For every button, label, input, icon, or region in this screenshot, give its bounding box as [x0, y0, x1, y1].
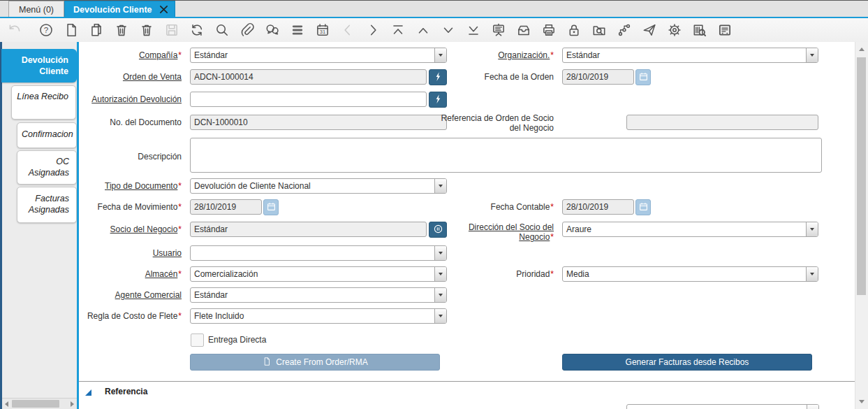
tipo-documento-select[interactable]: Devolución de Cliente Nacional [190, 178, 447, 194]
organizacion-select[interactable]: Estándar [562, 48, 818, 63]
process-icon[interactable] [666, 22, 682, 38]
chat-icon[interactable] [264, 22, 280, 38]
sidebar-tab-facturas-asignadas[interactable]: Facturas Asignadas [17, 187, 77, 223]
delete-selection-icon[interactable] [138, 22, 154, 38]
sidebar-tab-confirmacion[interactable]: Confirmacion [17, 122, 77, 148]
first-record-icon[interactable] [390, 22, 406, 38]
direccion-socio-select[interactable]: Araure [562, 222, 818, 237]
form-panel: Compañía* Estándar Organización.* Estánd… [79, 42, 855, 409]
tab-devolucion-cliente[interactable]: Devolución Cliente [64, 1, 175, 17]
chevron-down-icon[interactable] [434, 288, 446, 302]
print-icon[interactable] [540, 22, 557, 38]
fecha-contable-input[interactable] [562, 199, 634, 215]
help-icon[interactable]: ? [38, 22, 54, 38]
horizontal-scroll-thumb[interactable] [12, 400, 59, 408]
svg-text:31: 31 [319, 29, 325, 35]
socio-negocio-input[interactable] [190, 222, 427, 237]
window-tabbar: Menú (0) Devolución Cliente [0, 0, 868, 17]
send-icon[interactable] [641, 22, 657, 38]
lock-icon[interactable] [566, 22, 582, 38]
sidebar: Devolución Cliente Línea Recibo Confirma… [2, 42, 77, 409]
autorizacion-label[interactable]: Autorización Devolución [79, 92, 182, 104]
fecha-movimiento-calendar-button[interactable] [263, 199, 279, 215]
organizacion-label[interactable]: Organización.* [441, 48, 554, 60]
undo-icon [6, 22, 22, 38]
create-from-order-button[interactable]: Create From Order/RMA [190, 354, 440, 371]
collapse-triangle-icon[interactable] [85, 389, 91, 396]
new-record-icon[interactable] [63, 22, 79, 38]
usuario-select[interactable] [190, 245, 447, 261]
chevron-down-icon[interactable] [806, 48, 818, 62]
last-record-icon[interactable] [465, 22, 481, 38]
grid-toggle-icon[interactable] [289, 22, 305, 38]
zoom-across-icon[interactable] [591, 22, 607, 38]
scroll-left-icon[interactable] [5, 401, 8, 407]
referencia-section-header[interactable]: Referencia [79, 385, 855, 399]
orden-venta-label[interactable]: Orden de Venta [79, 69, 182, 82]
chevron-down-icon[interactable] [806, 222, 818, 236]
scroll-up-icon[interactable] [859, 48, 865, 51]
workflow-icon[interactable] [616, 22, 632, 38]
fecha-orden-input[interactable] [562, 69, 634, 85]
vertical-scroll-thumb[interactable] [857, 57, 866, 295]
direccion-socio-label[interactable]: Dirección del Socio del Negocio* [441, 220, 554, 243]
partial-field-select[interactable] [626, 404, 819, 409]
sidebar-tab-linea-recibo[interactable]: Línea Recibo [11, 85, 76, 120]
product-info-icon[interactable] [691, 22, 707, 38]
tab-menu-label: Menú (0) [19, 5, 54, 15]
forward-icon[interactable] [365, 22, 381, 38]
tipo-documento-label[interactable]: Tipo de Documento* [79, 178, 182, 191]
scroll-right-icon[interactable] [71, 401, 74, 407]
chevron-down-icon[interactable] [434, 179, 446, 193]
regla-flete-select[interactable]: Flete Incluido [190, 308, 447, 324]
referencia-orden-input[interactable] [626, 115, 818, 130]
fecha-movimiento-input[interactable] [190, 199, 262, 215]
copy-record-icon[interactable] [88, 22, 104, 38]
autorizacion-zoom-button[interactable] [429, 92, 447, 108]
tab-menu[interactable]: Menú (0) [8, 1, 64, 17]
entrega-directa-checkbox[interactable] [191, 333, 204, 347]
sidebar-tab-label: OC Asignadas [29, 157, 69, 178]
quick-form-icon[interactable] [716, 22, 733, 38]
compania-select[interactable]: Estándar [190, 48, 447, 63]
generar-facturas-button[interactable]: Generar Facturas desde Recibos [562, 354, 812, 371]
descripcion-textarea[interactable] [190, 138, 822, 173]
almacen-label[interactable]: Almacén* [79, 266, 182, 279]
sidebar-tab-oc-asignadas[interactable]: OC Asignadas [17, 150, 77, 185]
find-icon[interactable] [214, 22, 230, 38]
section-divider [79, 381, 855, 382]
horizontal-scrollbar[interactable] [2, 398, 77, 409]
usuario-label[interactable]: Usuario [79, 245, 182, 258]
report-icon[interactable] [490, 22, 506, 38]
no-documento-input[interactable] [190, 115, 447, 130]
application-window: Menú (0) Devolución Cliente ?31 Devoluci… [0, 0, 868, 409]
socio-negocio-label[interactable]: Socio del Negocio* [79, 222, 182, 234]
chevron-down-icon[interactable] [807, 405, 818, 409]
agente-comercial-select[interactable]: Estándar [190, 287, 447, 303]
delete-record-icon[interactable] [113, 22, 129, 38]
prioridad-select[interactable]: Media [562, 266, 818, 282]
fecha-orden-calendar-button[interactable] [635, 69, 651, 85]
vertical-scrollbar[interactable] [855, 42, 868, 409]
calendar-icon[interactable]: 31 [314, 22, 330, 38]
previous-record-icon[interactable] [415, 22, 431, 38]
scroll-down-icon[interactable] [859, 400, 865, 403]
almacen-select[interactable]: Comercialización [190, 266, 447, 282]
fecha-movimiento-label: Fecha de Movimiento* [79, 199, 182, 212]
calendar-icon [638, 71, 649, 84]
compania-label[interactable]: Compañía* [79, 48, 182, 60]
archive-icon[interactable] [515, 22, 531, 38]
chevron-down-icon[interactable] [434, 309, 446, 323]
sidebar-tab-devolucion-cliente[interactable]: Devolución Cliente [1, 49, 77, 82]
orden-venta-input[interactable] [190, 69, 427, 85]
chevron-down-icon[interactable] [434, 246, 446, 260]
fecha-contable-calendar-button[interactable] [635, 199, 651, 215]
next-record-icon[interactable] [440, 22, 456, 38]
chevron-down-icon[interactable] [806, 267, 818, 281]
close-icon[interactable] [159, 4, 169, 15]
attachment-icon[interactable] [239, 22, 255, 38]
prioridad-label: Prioridad* [441, 266, 554, 279]
refresh-icon[interactable] [189, 22, 205, 38]
autorizacion-input[interactable] [190, 92, 427, 107]
agente-comercial-label[interactable]: Agente Comercial [79, 287, 182, 300]
